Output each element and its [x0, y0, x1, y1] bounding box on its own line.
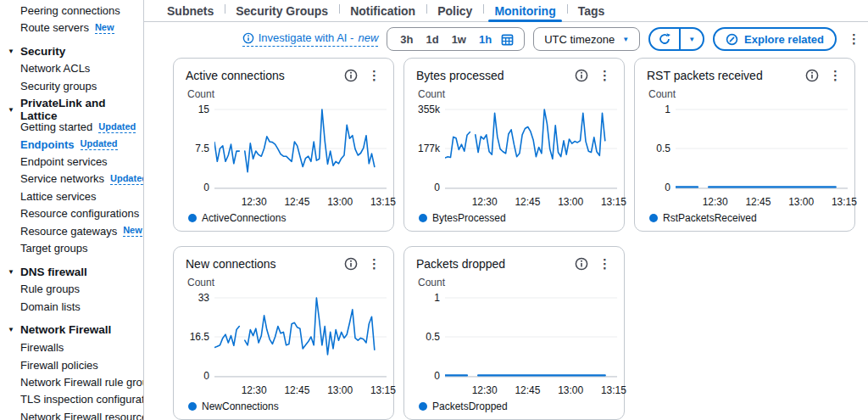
refresh-options-button[interactable]: ▼ [679, 29, 703, 49]
info-icon [242, 32, 254, 44]
sidebar-item-badge[interactable]: Updated [81, 138, 118, 150]
sidebar-item-badge[interactable]: New [95, 22, 114, 34]
custom-range-calendar-button[interactable] [498, 33, 517, 46]
x-axis-tick-label: 13:15 [597, 196, 631, 208]
range-1h-button[interactable]: 1h [473, 33, 498, 46]
sidebar-section-14[interactable]: ▼DNS firewall [0, 263, 143, 281]
sidebar-section-5[interactable]: ▼PrivateLink and Lattice [0, 101, 143, 119]
chart-canvas[interactable] [445, 289, 617, 386]
chart-info-button[interactable] [344, 69, 358, 82]
collapse-caret-icon: ▼ [8, 268, 14, 276]
chart-header-icons: ⋮ [575, 68, 614, 83]
sidebar-item-8[interactable]: Endpoint services [0, 153, 143, 170]
x-axis-tick-label: 13:15 [366, 384, 400, 396]
sidebar-item-label: Firewall policies [20, 359, 98, 372]
x-axis-tick-label: 12:30 [468, 196, 502, 208]
y-axis-tick-label: 15 [186, 104, 209, 115]
chart-kebab-menu-icon[interactable]: ⋮ [826, 68, 844, 83]
chart-canvas[interactable] [445, 101, 617, 198]
tab-policy[interactable]: Policy [426, 0, 483, 21]
legend-dot [419, 402, 427, 411]
x-axis-tick-label: 12:30 [698, 196, 732, 208]
chevron-down-icon: ▼ [622, 36, 629, 43]
x-axis-tick-label: 12:45 [510, 384, 544, 396]
chart-info-button[interactable] [344, 257, 358, 271]
x-axis-tick-label: 13:00 [784, 196, 818, 208]
tab-notification[interactable]: Notification [339, 0, 426, 21]
chart-kebab-menu-icon[interactable]: ⋮ [596, 68, 614, 83]
sidebar-item-13[interactable]: Target groups [0, 239, 143, 256]
sidebar-item-6[interactable]: Getting startedUpdated [0, 119, 143, 136]
tab-tags[interactable]: Tags [567, 0, 616, 21]
y-axis-tick-label: 0 [647, 182, 670, 193]
toolbar-kebab-menu-icon[interactable]: ⋮ [845, 31, 863, 47]
explore-related-button[interactable]: Explore related [713, 27, 837, 51]
chart-legend: NewConnections [188, 400, 383, 412]
sidebar-item-21[interactable]: TLS inspection configurations [0, 391, 143, 408]
y-axis-tick-label: 0 [416, 370, 440, 382]
chart-kebab-menu-icon[interactable]: ⋮ [596, 256, 614, 272]
sidebar-item-badge[interactable]: New [123, 225, 142, 237]
range-3h-button[interactable]: 3h [394, 33, 419, 46]
chart-plot-area: 10.50 [416, 289, 614, 384]
sidebar-item-badge[interactable]: Updated [98, 121, 136, 133]
sidebar-item-20[interactable]: Network Firewall rule groups [0, 373, 143, 390]
sidebar-section-2[interactable]: ▼Security [0, 42, 143, 60]
y-axis-title: Count [187, 88, 383, 100]
sidebar-item-10[interactable]: Lattice services [0, 188, 143, 204]
sidebar-item-9[interactable]: Service networksUpdated [0, 171, 143, 188]
legend-label: PacketsDropped [432, 400, 508, 412]
chart-kebab-menu-icon[interactable]: ⋮ [365, 68, 383, 83]
y-axis-title: Count [418, 88, 614, 100]
timezone-dropdown[interactable]: UTC timezone ▼ [533, 27, 640, 51]
chart-info-button[interactable] [805, 69, 819, 82]
refresh-button[interactable] [650, 29, 679, 49]
chart-legend: ActiveConnections [188, 212, 383, 224]
tab-subnets[interactable]: Subnets [156, 0, 225, 21]
sidebar-section-label: Network Firewall [20, 323, 111, 336]
chart-canvas[interactable] [214, 289, 387, 386]
tab-security-groups[interactable]: Security Groups [225, 0, 339, 21]
chevron-down-icon: ▼ [688, 36, 695, 43]
sidebar-item-label: Endpoint services [20, 155, 108, 168]
sidebar-item-label: Rule groups [20, 283, 80, 295]
sidebar-item-1[interactable]: Route serversNew [0, 19, 143, 36]
sidebar-item-22[interactable]: Network Firewall resource [0, 408, 143, 420]
x-axis-tick-label: 13:00 [554, 196, 587, 208]
x-axis-tick-label: 12:30 [237, 384, 271, 396]
investigate-with-ai-link[interactable]: Investigate with AI - new [242, 31, 379, 47]
sidebar-item-11[interactable]: Resource configurationsNew [0, 205, 143, 222]
info-icon [575, 69, 588, 82]
x-axis-tick-label: 12:45 [280, 384, 314, 396]
y-axis-tick-label: 16.5 [186, 331, 209, 343]
sidebar-item-15[interactable]: Rule groups [0, 281, 143, 298]
sidebar-section-17[interactable]: ▼Network Firewall [0, 321, 143, 339]
chart-kebab-menu-icon[interactable]: ⋮ [365, 256, 383, 272]
collapse-caret-icon: ▼ [8, 326, 14, 333]
sidebar-item-12[interactable]: Resource gatewaysNew [0, 222, 143, 239]
range-1w-button[interactable]: 1w [446, 33, 472, 46]
chart-canvas[interactable] [676, 101, 848, 198]
range-1d-button[interactable]: 1d [420, 33, 444, 46]
y-axis-tick-label: 7.5 [186, 143, 209, 154]
sidebar-item-16[interactable]: Domain lists [0, 298, 143, 315]
sidebar-item-badge[interactable]: Updated [110, 173, 144, 185]
chart-canvas[interactable] [214, 101, 387, 198]
sidebar-item-0[interactable]: Peering connections [0, 2, 143, 19]
sidebar-item-18[interactable]: Firewalls [0, 339, 143, 356]
x-axis-tick-label: 12:45 [280, 196, 314, 208]
x-axis-labels: 12:3012:4513:0013:15 [445, 384, 614, 396]
legend-dot [649, 214, 658, 222]
x-axis-labels: 12:3012:4513:0013:15 [445, 195, 614, 208]
sidebar-item-19[interactable]: Firewall policies [0, 356, 143, 373]
chart-info-button[interactable] [575, 69, 588, 82]
sidebar-item-label: Target groups [20, 242, 88, 255]
y-axis-tick-label: 1 [647, 104, 670, 115]
sidebar-item-3[interactable]: Network ACLs [0, 60, 143, 77]
tab-monitoring[interactable]: Monitoring [483, 0, 566, 21]
chart-info-button[interactable] [575, 257, 588, 271]
sidebar-section-label: DNS firewall [20, 266, 87, 278]
sidebar-item-7[interactable]: EndpointsUpdated [0, 136, 143, 153]
tab-bar: SubnetsSecurity GroupsNotificationPolicy… [144, 0, 868, 22]
sidebar-item-4[interactable]: Security groups [0, 77, 143, 94]
